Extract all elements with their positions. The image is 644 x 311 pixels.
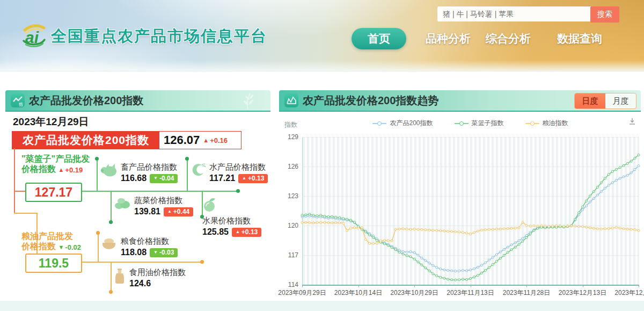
main-index-box: 农产品批发价格200指数 126.07 ▲ +0.16 xyxy=(12,131,241,149)
index-date: 2023年12月29日 xyxy=(13,115,89,129)
node-label: 畜产品价格指数 xyxy=(121,162,178,172)
main-index-label: 农产品批发价格200指数 xyxy=(12,132,159,149)
up-arrow-icon: ▲ xyxy=(203,137,209,143)
badge-value: +0.13 xyxy=(241,228,258,236)
chart-trend-icon xyxy=(284,93,298,107)
basket-index-label: "菜篮子"产品批发 价格指数 ▲+0.19 xyxy=(21,154,90,175)
connector-line xyxy=(80,262,202,263)
basket-label-line2: 价格指数 xyxy=(21,164,56,173)
y-tick-label: 117 xyxy=(280,251,298,259)
change-badge: ▲+0.13 xyxy=(232,228,261,237)
x-tick-label: 2023年11月13日 xyxy=(441,288,500,298)
search-input[interactable] xyxy=(437,6,592,21)
y-tick-label: 120 xyxy=(280,222,298,229)
main-index-change: ▲ +0.16 xyxy=(203,136,228,144)
banner-fade xyxy=(0,60,644,71)
rice-pot-icon xyxy=(101,236,117,251)
period-toggle: 日度 月度 xyxy=(574,93,636,109)
x-tick-label: 2023年10月29日 xyxy=(385,288,444,298)
change-badge: ▲+0.13 xyxy=(238,174,268,183)
gridline xyxy=(302,226,639,226)
x-tick-mark xyxy=(526,285,527,287)
oil-node: 食用油价格指数 124.6 xyxy=(114,267,186,288)
branch-dot xyxy=(185,157,189,161)
chart-index-icon: 指 xyxy=(11,93,25,107)
nav-item-variety-analysis[interactable]: 品种分析 xyxy=(426,28,471,49)
badge-value: -0.03 xyxy=(159,249,174,256)
legend-item[interactable]: 粮油指数 xyxy=(525,119,568,128)
basket-change-value: +0.19 xyxy=(65,165,83,175)
node-label: 粮食价格指数 xyxy=(121,236,178,247)
connector-line xyxy=(14,148,15,213)
gridline xyxy=(302,137,639,138)
svg-text:指: 指 xyxy=(18,102,23,107)
legend-item[interactable]: 菜篮子指数 xyxy=(455,119,504,128)
nav-item-comprehensive-analysis[interactable]: 综合分析 xyxy=(486,28,531,49)
download-icon[interactable] xyxy=(628,117,636,126)
legend-marker-icon xyxy=(372,121,386,126)
legend-item[interactable]: 农产品200指数 xyxy=(372,119,433,128)
grain-node: 粮食价格指数 118.08 ▼-0.03 xyxy=(101,236,178,257)
main-index-change-value: +0.16 xyxy=(210,136,228,144)
nav-item-data-query[interactable]: 数据查询 xyxy=(557,28,602,49)
fruit-node: 水果价格指数 125.85 ▲+0.13 xyxy=(202,197,261,237)
search-button[interactable]: 搜索 xyxy=(590,6,619,23)
legend-marker-icon xyxy=(455,121,469,126)
wheat-watermark-icon xyxy=(232,91,257,111)
badge-value: -0.04 xyxy=(159,175,174,182)
connector-line xyxy=(14,213,38,214)
legend-label: 菜篮子指数 xyxy=(472,119,504,128)
connector-line xyxy=(111,263,112,292)
node-label: 水产品价格指数 xyxy=(209,162,268,172)
badge-value: +0.44 xyxy=(173,208,189,215)
toggle-daily[interactable]: 日度 xyxy=(575,93,605,109)
index-panel-title: 农产品批发价格200指数 xyxy=(29,93,143,108)
header-banner: ai 全国重点农产品市场信息平台 搜索 首页 品种分析 综合分析 数据查询 xyxy=(0,0,644,71)
up-arrow-icon: ▲ xyxy=(58,165,64,175)
x-tick-label: 2023年11月28日 xyxy=(497,288,556,298)
legend-label: 农产品200指数 xyxy=(390,119,433,128)
branch-dot xyxy=(236,189,240,193)
node-value: 118.08 xyxy=(121,248,147,257)
branch-dot xyxy=(200,260,204,264)
connector-line xyxy=(98,233,99,262)
change-badge: ▼-0.03 xyxy=(150,248,178,257)
basket-index-value: 127.17 xyxy=(25,183,82,202)
chart-series-svg xyxy=(302,137,639,285)
shrimp-icon xyxy=(189,162,206,178)
y-axis-title: 指数 xyxy=(284,120,297,129)
aquatic-node: 水产品价格指数 117.21 ▲+0.13 xyxy=(189,162,268,183)
nav-item-home[interactable]: 首页 xyxy=(352,28,406,49)
down-arrow-icon: ▼ xyxy=(58,242,64,252)
change-badge: ▲+0.44 xyxy=(164,207,193,216)
vegetable-icon xyxy=(114,196,130,211)
x-tick-mark xyxy=(358,285,359,287)
up-arrow-icon: ▲ xyxy=(236,228,240,236)
badge-value: +0.13 xyxy=(248,175,264,182)
grain-oil-label-line1: 粮油产品批发 xyxy=(21,231,81,241)
change-badge: ▼-0.04 xyxy=(150,174,178,183)
toggle-monthly[interactable]: 月度 xyxy=(605,93,636,109)
branch-dot xyxy=(109,290,113,294)
trend-panel-title: 农产品批发价格200指数趋势 xyxy=(303,93,438,108)
x-tick-label: 2023年09月29日 xyxy=(273,288,332,298)
node-label: 食用油价格指数 xyxy=(129,267,186,278)
y-tick-label: 123 xyxy=(280,192,298,200)
x-tick-mark xyxy=(583,285,583,287)
site-title: 全国重点农产品市场信息平台 xyxy=(51,26,267,47)
vegetable-node: 蔬菜价格指数 139.81 ▲+0.44 xyxy=(114,196,193,216)
grain-oil-index-label: 粮油产品批发 价格指数 ▼-0.02 xyxy=(21,231,81,252)
up-arrow-icon: ▲ xyxy=(167,208,172,215)
node-value: 116.68 xyxy=(121,173,147,183)
y-tick-label: 114 xyxy=(280,281,298,288)
oil-bottle-icon xyxy=(114,267,126,285)
next-section-strip xyxy=(0,301,644,311)
fruit-icon xyxy=(202,197,217,213)
gridline xyxy=(302,255,639,256)
chart-legend: 农产品200指数菜篮子指数粮油指数 xyxy=(302,119,639,128)
y-tick-label: 126 xyxy=(280,163,298,170)
branch-dot xyxy=(109,220,113,224)
node-value: 124.6 xyxy=(129,279,151,288)
grain-oil-label-line2: 价格指数 xyxy=(21,242,56,251)
branch-dot xyxy=(95,157,99,161)
